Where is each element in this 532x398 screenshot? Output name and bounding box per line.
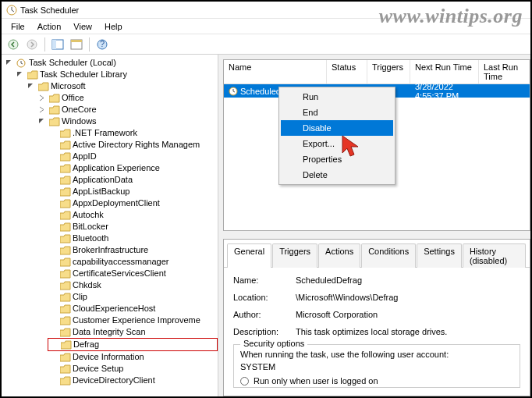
folder-icon: [60, 258, 71, 267]
tree-label: DeviceDirectoryClient: [73, 375, 155, 386]
tree-panel[interactable]: Task Scheduler (Local) Task Scheduler Li…: [2, 55, 218, 396]
tree-node--net-framework[interactable]: .NET Framework: [48, 127, 218, 139]
menubar: File Action View Help: [2, 19, 530, 34]
tab-general[interactable]: General: [227, 243, 271, 268]
tree-label: ApplicationData: [73, 174, 133, 186]
value-location: \Microsoft\Windows\Defrag: [296, 293, 398, 302]
tab-history[interactable]: History (disabled): [463, 243, 526, 268]
tree-label: Defrag: [73, 339, 99, 350]
tree-node-certificateservicesclient[interactable]: CertificateServicesClient: [48, 268, 218, 279]
tree-office[interactable]: Office: [37, 92, 218, 104]
ctx-properties[interactable]: Properties: [281, 151, 393, 167]
tree-node-applistbackup[interactable]: AppListBackup: [48, 186, 218, 197]
tree-node-cloudexperiencehost[interactable]: CloudExperienceHost: [48, 303, 218, 314]
tree-node-defrag[interactable]: Defrag: [48, 338, 218, 351]
tree-node-bluetooth[interactable]: Bluetooth: [48, 233, 218, 244]
tree-label: Clip: [73, 291, 87, 303]
toolbar-divider: [89, 37, 90, 52]
context-menu: Run End Disable Export... Properties Del…: [278, 87, 395, 185]
tab-triggers[interactable]: Triggers: [272, 243, 317, 268]
tree-label: Bluetooth: [73, 233, 108, 244]
tree-node-data-integrity-scan[interactable]: Data Integrity Scan: [48, 326, 218, 338]
ctx-end[interactable]: End: [281, 105, 393, 120]
help-button[interactable]: ?: [94, 36, 111, 53]
tree-label: BrokerInfrastructure: [73, 244, 148, 256]
tree-node-capabilityaccessmanager[interactable]: capabilityaccessmanager: [48, 256, 218, 268]
tabs: General Triggers Actions Conditions Sett…: [224, 240, 530, 267]
tree-node-applicationdata[interactable]: ApplicationData: [48, 174, 218, 186]
chevron-down-icon[interactable]: [5, 59, 15, 66]
tree-node-chkdsk[interactable]: Chkdsk: [48, 279, 218, 291]
titlebar: Task Scheduler: [2, 2, 530, 19]
tree-node-application-experience[interactable]: Application Experience: [48, 162, 218, 174]
tree-root[interactable]: Task Scheduler (Local): [4, 57, 218, 69]
tree-node-brokerinfrastructure[interactable]: BrokerInfrastructure: [48, 244, 218, 256]
menu-file[interactable]: File: [5, 20, 31, 33]
svg-point-1: [9, 40, 18, 49]
tree-label: CloudExperienceHost: [73, 303, 155, 314]
task-list-panel: Name Status Triggers Next Run Time Last …: [223, 59, 530, 231]
tree-node-appid[interactable]: AppID: [48, 151, 218, 162]
folder-icon: [60, 222, 71, 232]
radio-run-logged-on[interactable]: Run only when user is logged on: [240, 376, 513, 386]
properties-button[interactable]: [68, 36, 85, 53]
menu-action[interactable]: Action: [31, 20, 68, 33]
col-last[interactable]: Last Run Time: [479, 60, 530, 84]
tree-node-appxdeploymentclient[interactable]: AppxDeploymentClient: [48, 197, 218, 209]
window-title: Task Scheduler: [20, 5, 79, 15]
ctx-export[interactable]: Export...: [281, 136, 393, 151]
col-triggers[interactable]: Triggers: [367, 60, 410, 84]
tree-node-device-setup[interactable]: Device Setup: [48, 363, 218, 375]
forward-button[interactable]: [23, 36, 41, 53]
folder-icon: [60, 234, 71, 243]
tree-node-devicedirectoryclient[interactable]: DeviceDirectoryClient: [48, 375, 218, 386]
col-status[interactable]: Status: [327, 60, 367, 84]
security-options-group: Security options When running the task, …: [233, 344, 520, 388]
folder-icon: [49, 117, 60, 126]
tab-conditions[interactable]: Conditions: [361, 243, 416, 268]
folder-icon: [60, 152, 71, 162]
menu-view[interactable]: View: [67, 20, 98, 33]
folder-icon: [60, 281, 71, 290]
chevron-right-icon[interactable]: [38, 106, 48, 113]
tree-node-active-directory-rights-managem[interactable]: Active Directory Rights Managem: [48, 139, 218, 151]
tree-label: Autochk: [73, 209, 104, 221]
tree-windows[interactable]: Windows: [37, 115, 218, 127]
show-hide-tree-button[interactable]: [49, 36, 66, 53]
col-name[interactable]: Name: [224, 60, 327, 84]
label-description: Description:: [233, 327, 296, 336]
tree-label: .NET Framework: [73, 127, 137, 139]
label-name: Name:: [233, 275, 296, 285]
ctx-run[interactable]: Run: [281, 89, 393, 105]
tree-node-clip[interactable]: Clip: [48, 291, 218, 303]
tree-label: BitLocker: [73, 221, 108, 233]
tree-library[interactable]: Task Scheduler Library: [15, 69, 218, 80]
folder-icon: [60, 211, 71, 220]
security-account: SYSTEM: [240, 362, 513, 371]
ctx-disable[interactable]: Disable: [281, 120, 393, 136]
tree-node-bitlocker[interactable]: BitLocker: [48, 221, 218, 233]
task-list-header[interactable]: Name Status Triggers Next Run Time Last …: [224, 60, 530, 84]
chevron-down-icon[interactable]: [16, 71, 26, 78]
chevron-right-icon[interactable]: [38, 94, 48, 101]
tree-label: Active Directory Rights Managem: [73, 139, 200, 151]
tree-microsoft[interactable]: Microsoft: [26, 80, 218, 92]
tree-label: Microsoft: [51, 80, 86, 92]
col-next[interactable]: Next Run Time: [410, 60, 479, 84]
menu-help[interactable]: Help: [98, 20, 129, 33]
tree-node-customer-experience-improveme[interactable]: Customer Experience Improveme: [48, 314, 218, 326]
folder-icon: [49, 105, 60, 115]
tree-label: Device Setup: [73, 363, 123, 375]
back-button[interactable]: [5, 36, 22, 53]
tab-actions[interactable]: Actions: [318, 243, 360, 268]
security-line1: When running the task, use the following…: [240, 350, 513, 359]
tree-node-autochk[interactable]: Autochk: [48, 209, 218, 221]
ctx-delete[interactable]: Delete: [281, 167, 393, 183]
chevron-down-icon[interactable]: [38, 118, 48, 125]
tree-onecore[interactable]: OneCore: [37, 104, 218, 115]
tree-node-device-information[interactable]: Device Information: [48, 351, 218, 363]
tree-label: AppID: [73, 151, 97, 162]
tree-label: Data Integrity Scan: [73, 326, 146, 338]
tab-settings[interactable]: Settings: [417, 243, 462, 268]
chevron-down-icon[interactable]: [27, 83, 37, 90]
